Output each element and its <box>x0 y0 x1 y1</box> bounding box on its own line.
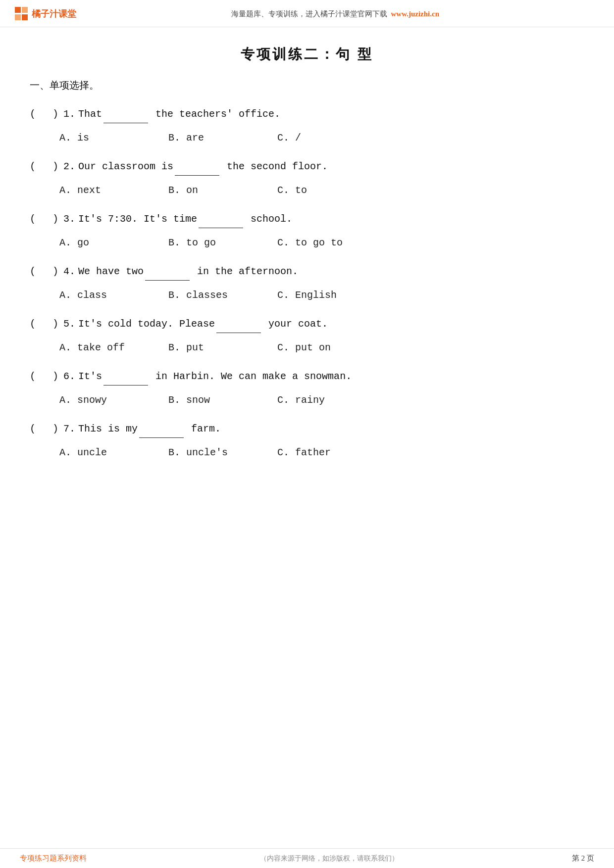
q-text-before: It's <box>78 368 102 385</box>
q-paren-close: ) <box>52 106 58 123</box>
q-text-after: in Harbin. We can make a snowman. <box>150 368 352 385</box>
logo-sq3 <box>15 14 21 20</box>
q-blank <box>103 368 148 386</box>
option-1: B. snow <box>168 394 277 406</box>
footer-left: 专项练习题系列资料 <box>20 854 87 863</box>
q-paren-space <box>39 158 52 175</box>
section-heading: 一、单项选择。 <box>30 79 584 92</box>
options-row: A. snowyB. snowC. rainy <box>59 394 584 406</box>
logo-sq1 <box>15 7 21 13</box>
q-number: 6. <box>63 368 75 385</box>
q-paren-space <box>39 421 52 437</box>
q-text-after: the second floor. <box>221 158 328 175</box>
q-paren-space <box>39 106 52 123</box>
q-number: 3. <box>63 211 75 228</box>
main-title: 专项训练二：句 型 <box>241 47 373 62</box>
logo-text: 橘子汁课堂 <box>32 8 76 20</box>
question-text: ( )2.Our classroom is the second floor. <box>30 158 584 176</box>
header: 橘子汁课堂 海量题库、专项训练，进入橘子汁课堂官网下载 www.juzizhi.… <box>0 0 614 27</box>
page-wrapper: 橘子汁课堂 海量题库、专项训练，进入橘子汁课堂官网下载 www.juzizhi.… <box>0 0 614 868</box>
questions-area: ( )1.That the teachers' office.A. isB. a… <box>0 106 614 458</box>
logo-area: 橘子汁课堂 <box>15 7 76 21</box>
q-number: 7. <box>63 421 75 437</box>
q-blank <box>216 316 261 333</box>
option-1: B. put <box>168 342 277 353</box>
options-row: A. uncleB. uncle'sC. father <box>59 447 584 458</box>
q-number: 1. <box>63 106 75 123</box>
option-0: A. go <box>59 237 168 248</box>
option-2: C. / <box>277 132 386 144</box>
q-number: 2. <box>63 158 75 175</box>
section-label: 一、单项选择。 <box>30 80 99 91</box>
q-paren-open: ( <box>30 421 36 437</box>
q-paren-close: ) <box>52 211 58 228</box>
logo-sq2 <box>22 7 28 13</box>
q-blank <box>103 106 148 123</box>
question-item: ( )4.We have two in the afternoon.A. cla… <box>30 263 584 301</box>
logo-sq4 <box>22 14 28 20</box>
question-text: ( )5.It's cold today. Please your coat. <box>30 316 584 333</box>
option-0: A. take off <box>59 342 168 353</box>
q-text-after: in the afternoon. <box>191 263 298 280</box>
option-1: B. on <box>168 185 277 196</box>
header-url: www.juzizhi.cn <box>391 10 440 18</box>
q-text-before: This is my <box>78 421 138 437</box>
options-row: A. take offB. putC. put on <box>59 342 584 353</box>
option-0: A. class <box>59 289 168 301</box>
q-paren-open: ( <box>30 211 36 228</box>
header-tagline: 海量题库、专项训练，进入橘子汁课堂官网下载 www.juzizhi.cn <box>91 9 579 19</box>
q-blank <box>145 263 190 281</box>
tagline-text: 海量题库、专项训练，进入橘子汁课堂官网下载 <box>231 10 387 18</box>
q-paren-open: ( <box>30 368 36 385</box>
question-text: ( )7.This is my farm. <box>30 421 584 438</box>
option-1: B. classes <box>168 289 277 301</box>
q-paren-close: ) <box>52 158 58 175</box>
q-paren-open: ( <box>30 263 36 280</box>
option-2: C. rainy <box>277 394 386 406</box>
q-paren-space <box>39 368 52 385</box>
q-paren-open: ( <box>30 316 36 333</box>
footer-right: 第 2 页 <box>572 854 594 863</box>
footer: 专项练习题系列资料 （内容来源于网络，如涉版权，请联系我们） 第 2 页 <box>0 848 614 868</box>
q-text-before: That <box>78 106 102 123</box>
q-number: 4. <box>63 263 75 280</box>
question-text: ( )3.It's 7:30. It's time school. <box>30 211 584 228</box>
q-text-before: It's 7:30. It's time <box>78 211 197 228</box>
q-text-before: It's cold today. Please <box>78 316 215 333</box>
logo-icon <box>15 7 29 21</box>
q-paren-space <box>39 263 52 280</box>
q-text-after: farm. <box>185 421 221 437</box>
q-blank <box>139 421 184 438</box>
option-0: A. is <box>59 132 168 144</box>
option-0: A. next <box>59 185 168 196</box>
q-paren-open: ( <box>30 158 36 175</box>
q-text-after: your coat. <box>262 316 328 333</box>
q-text-after: the teachers' office. <box>150 106 280 123</box>
option-1: B. are <box>168 132 277 144</box>
option-0: A. snowy <box>59 394 168 406</box>
q-paren-close: ) <box>52 421 58 437</box>
option-2: C. English <box>277 289 386 301</box>
q-text-before: Our classroom is <box>78 158 173 175</box>
option-1: B. uncle's <box>168 447 277 458</box>
question-item: ( )2.Our classroom is the second floor.A… <box>30 158 584 196</box>
option-2: C. put on <box>277 342 386 353</box>
q-text-before: We have two <box>78 263 144 280</box>
option-2: C. to go to <box>277 237 386 248</box>
option-2: C. father <box>277 447 386 458</box>
question-item: ( )7.This is my farm.A. uncleB. uncle'sC… <box>30 421 584 458</box>
option-0: A. uncle <box>59 447 168 458</box>
q-paren-close: ) <box>52 368 58 385</box>
options-row: A. classB. classesC. English <box>59 289 584 301</box>
q-blank <box>199 211 243 228</box>
option-2: C. to <box>277 185 386 196</box>
options-row: A. isB. areC. / <box>59 132 584 144</box>
question-text: ( )6.It's in Harbin. We can make a snowm… <box>30 368 584 386</box>
options-row: A. nextB. onC. to <box>59 185 584 196</box>
q-blank <box>175 158 219 176</box>
q-paren-space <box>39 211 52 228</box>
question-item: ( )5.It's cold today. Please your coat.A… <box>30 316 584 353</box>
q-paren-close: ) <box>52 263 58 280</box>
footer-center: （内容来源于网络，如涉版权，请联系我们） <box>260 854 399 863</box>
options-row: A. goB. to goC. to go to <box>59 237 584 248</box>
